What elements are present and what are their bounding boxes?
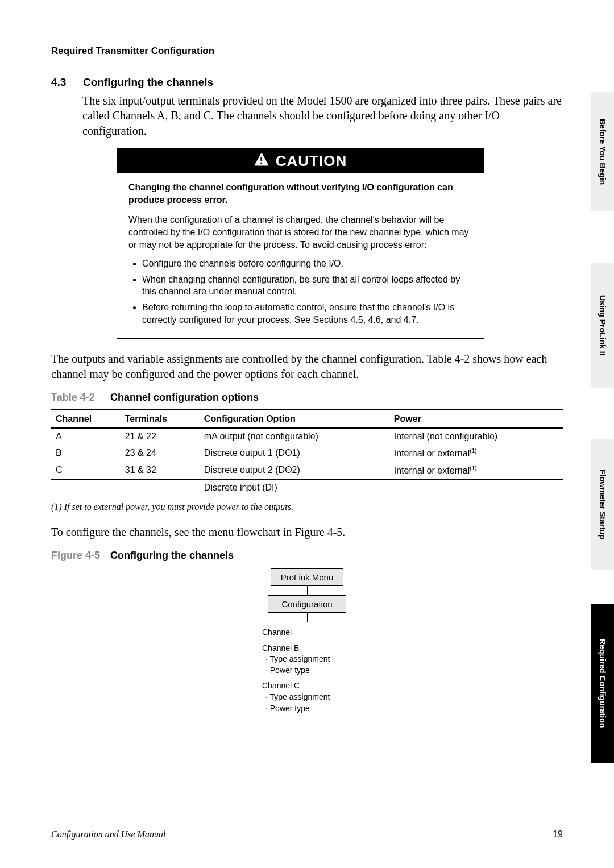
cell: 21 & 22 bbox=[121, 428, 200, 445]
flow-group-item: · Type assignment bbox=[265, 692, 352, 703]
table-title: Channel configuration options bbox=[110, 392, 259, 403]
cell: Discrete input (DI) bbox=[200, 479, 389, 496]
caution-box: ! CAUTION Changing the channel configura… bbox=[117, 148, 484, 339]
flow-box-prolink: ProLink Menu bbox=[271, 568, 343, 586]
caution-list: Configure the channels before configurin… bbox=[128, 258, 472, 326]
side-tabs: Before You Begin Using ProLink II Flowme… bbox=[591, 18, 614, 842]
caution-label: CAUTION bbox=[276, 152, 347, 170]
flow-group-title: Channel B bbox=[262, 643, 352, 654]
cell: mA output (not configurable) bbox=[200, 428, 389, 445]
footer-title: Configuration and Use Manual bbox=[51, 829, 165, 840]
cell: 23 & 24 bbox=[121, 445, 200, 462]
caution-bullet: When changing channel configuration, be … bbox=[142, 273, 472, 298]
tab-before-you-begin[interactable]: Before You Begin bbox=[591, 92, 614, 211]
caution-para: When the configuration of a channel is c… bbox=[128, 214, 472, 251]
cell: Discrete output 2 (DO2) bbox=[200, 462, 389, 479]
cell: Discrete output 1 (DO1) bbox=[200, 445, 389, 462]
flow-group-title: Channel C bbox=[262, 680, 352, 692]
table-caption: Table 4-2 Channel configuration options bbox=[51, 392, 563, 404]
svg-text:!: ! bbox=[260, 156, 263, 165]
th-channel: Channel bbox=[51, 410, 121, 428]
channel-config-table: Channel Terminals Configuration Option P… bbox=[51, 409, 563, 496]
flow-detail-box: Channel Channel B · Type assignment · Po… bbox=[256, 622, 358, 720]
flow-group-c: Channel C · Type assignment · Power type bbox=[262, 680, 352, 714]
para-after-caution: The outputs and variable assignments are… bbox=[51, 351, 563, 381]
warning-icon: ! bbox=[254, 152, 269, 170]
cell bbox=[51, 479, 121, 496]
flow-box-configuration: Configuration bbox=[268, 595, 346, 613]
cell: Internal (not configurable) bbox=[389, 428, 563, 445]
caution-bullet: Before returning the loop to automatic c… bbox=[142, 301, 472, 326]
table-row: C 31 & 32 Discrete output 2 (DO2) Intern… bbox=[51, 462, 563, 479]
caution-bold: Changing the channel configuration witho… bbox=[128, 181, 472, 206]
tab-flowmeter-startup[interactable]: Flowmeter Startup bbox=[591, 439, 614, 570]
caution-bar: ! CAUTION bbox=[117, 149, 484, 173]
table-footnote: (1) If set to external power, you must p… bbox=[51, 502, 563, 512]
tab-using-prolink[interactable]: Using ProLink II bbox=[591, 263, 614, 388]
cell: Internal or external(1) bbox=[389, 462, 563, 479]
figure-tag: Figure 4-5 bbox=[51, 550, 108, 562]
figure-title: Configuring the channels bbox=[110, 550, 234, 561]
page-number: 19 bbox=[553, 829, 563, 840]
cell: B bbox=[51, 445, 121, 462]
th-power: Power bbox=[389, 410, 563, 428]
flow-group-item: · Power type bbox=[265, 703, 352, 715]
section-title: Configuring the channels bbox=[83, 76, 213, 88]
flow-connector bbox=[307, 613, 308, 622]
cell: 31 & 32 bbox=[121, 462, 200, 479]
page: Required Transmitter Configuration 4.3 C… bbox=[0, 0, 614, 868]
th-terminals: Terminals bbox=[121, 410, 200, 428]
section-number: 4.3 bbox=[51, 76, 81, 89]
caution-body: Changing the channel configuration witho… bbox=[117, 173, 484, 338]
cell: A bbox=[51, 428, 121, 445]
figure-caption: Figure 4-5 Configuring the channels bbox=[51, 550, 563, 562]
caution-bullet: Configure the channels before configurin… bbox=[142, 258, 472, 270]
flow-group-b: Channel B · Type assignment · Power type bbox=[262, 643, 352, 676]
table-row: Discrete input (DI) bbox=[51, 479, 563, 496]
section-para-1: The six input/output terminals provided … bbox=[82, 93, 563, 138]
section-head: 4.3 Configuring the channels bbox=[51, 76, 563, 89]
table-tag: Table 4-2 bbox=[51, 392, 108, 404]
cell: C bbox=[51, 462, 121, 479]
cell: Internal or external(1) bbox=[389, 445, 563, 462]
flow-group-item: · Power type bbox=[265, 665, 352, 676]
table-header-row: Channel Terminals Configuration Option P… bbox=[51, 410, 563, 428]
cell bbox=[121, 479, 200, 496]
running-head: Required Transmitter Configuration bbox=[51, 45, 563, 57]
para-before-figure: To configure the channels, see the menu … bbox=[51, 525, 563, 539]
table-row: A 21 & 22 mA output (not configurable) I… bbox=[51, 428, 563, 445]
flow-connector bbox=[307, 586, 308, 595]
page-footer: Configuration and Use Manual 19 bbox=[51, 829, 563, 840]
tab-required-configuration[interactable]: Required Configuration bbox=[591, 604, 614, 763]
flow-detail-head: Channel bbox=[262, 627, 352, 638]
flow-group-item: · Type assignment bbox=[265, 654, 352, 665]
th-config: Configuration Option bbox=[200, 410, 389, 428]
flowchart: ProLink Menu Configuration Channel Chann… bbox=[256, 568, 358, 720]
cell bbox=[389, 479, 563, 496]
table-row: B 23 & 24 Discrete output 1 (DO1) Intern… bbox=[51, 445, 563, 462]
